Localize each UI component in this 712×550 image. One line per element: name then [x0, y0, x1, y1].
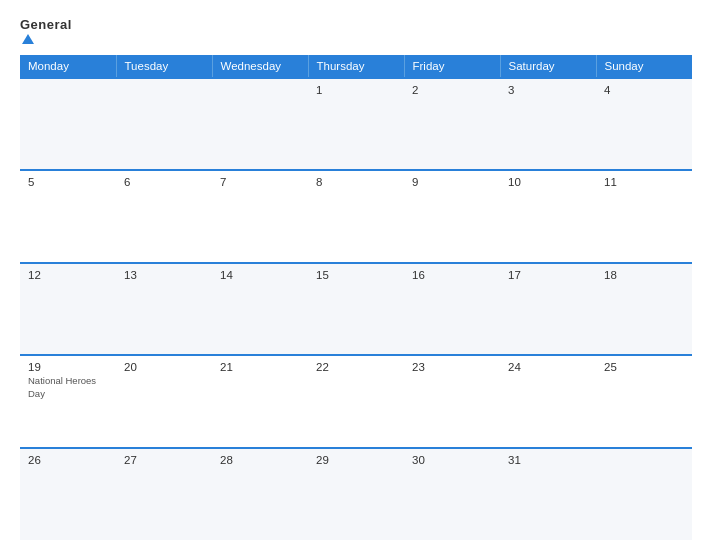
day-number: 20 [124, 361, 204, 373]
day-number: 24 [508, 361, 588, 373]
day-number: 5 [28, 176, 108, 188]
weekday-header-saturday: Saturday [500, 55, 596, 78]
calendar-cell: 14 [212, 263, 308, 355]
calendar-week-row: 567891011 [20, 170, 692, 262]
day-number: 1 [316, 84, 396, 96]
calendar-cell: 28 [212, 448, 308, 540]
calendar-cell: 21 [212, 355, 308, 447]
day-number: 23 [412, 361, 492, 373]
calendar-week-row: 12131415161718 [20, 263, 692, 355]
day-number: 8 [316, 176, 396, 188]
weekday-header-friday: Friday [404, 55, 500, 78]
calendar-cell [212, 78, 308, 170]
calendar-cell: 5 [20, 170, 116, 262]
day-number: 14 [220, 269, 300, 281]
calendar-cell: 17 [500, 263, 596, 355]
weekday-header-tuesday: Tuesday [116, 55, 212, 78]
calendar-cell: 1 [308, 78, 404, 170]
calendar-cell [596, 448, 692, 540]
logo-general-text: General [20, 18, 72, 31]
calendar-header: General [20, 18, 692, 47]
calendar-cell: 11 [596, 170, 692, 262]
calendar-cell: 8 [308, 170, 404, 262]
calendar-cell: 20 [116, 355, 212, 447]
day-number: 21 [220, 361, 300, 373]
day-number: 22 [316, 361, 396, 373]
calendar-cell: 26 [20, 448, 116, 540]
calendar-cell: 4 [596, 78, 692, 170]
calendar-cell [116, 78, 212, 170]
calendar-cell: 31 [500, 448, 596, 540]
day-number: 28 [220, 454, 300, 466]
day-number: 30 [412, 454, 492, 466]
day-number: 15 [316, 269, 396, 281]
logo: General [20, 18, 72, 47]
calendar-cell: 30 [404, 448, 500, 540]
calendar-cell: 3 [500, 78, 596, 170]
calendar-cell: 23 [404, 355, 500, 447]
calendar-header-row: MondayTuesdayWednesdayThursdayFridaySatu… [20, 55, 692, 78]
day-number: 13 [124, 269, 204, 281]
day-number: 26 [28, 454, 108, 466]
weekday-header-sunday: Sunday [596, 55, 692, 78]
calendar-cell: 29 [308, 448, 404, 540]
day-number: 18 [604, 269, 684, 281]
day-number: 7 [220, 176, 300, 188]
logo-triangle-icon [22, 34, 34, 44]
day-number: 19 [28, 361, 108, 373]
calendar-cell: 10 [500, 170, 596, 262]
weekday-header-monday: Monday [20, 55, 116, 78]
day-number: 3 [508, 84, 588, 96]
day-number: 12 [28, 269, 108, 281]
calendar-cell: 24 [500, 355, 596, 447]
calendar-cell: 16 [404, 263, 500, 355]
weekday-header-thursday: Thursday [308, 55, 404, 78]
day-number: 29 [316, 454, 396, 466]
calendar-cell: 13 [116, 263, 212, 355]
day-number: 10 [508, 176, 588, 188]
holiday-label: National Heroes Day [28, 375, 108, 400]
day-number: 27 [124, 454, 204, 466]
day-number: 9 [412, 176, 492, 188]
calendar-cell [20, 78, 116, 170]
day-number: 6 [124, 176, 204, 188]
calendar-cell: 2 [404, 78, 500, 170]
weekday-header-wednesday: Wednesday [212, 55, 308, 78]
day-number: 31 [508, 454, 588, 466]
calendar-cell: 12 [20, 263, 116, 355]
calendar-cell: 6 [116, 170, 212, 262]
calendar-cell: 19National Heroes Day [20, 355, 116, 447]
calendar-cell: 22 [308, 355, 404, 447]
calendar-cell: 25 [596, 355, 692, 447]
calendar-cell: 27 [116, 448, 212, 540]
calendar-table: MondayTuesdayWednesdayThursdayFridaySatu… [20, 55, 692, 540]
day-number: 11 [604, 176, 684, 188]
calendar-cell: 15 [308, 263, 404, 355]
day-number: 2 [412, 84, 492, 96]
calendar-week-row: 19National Heroes Day202122232425 [20, 355, 692, 447]
calendar-cell: 9 [404, 170, 500, 262]
logo-blue-row [20, 31, 72, 47]
calendar-cell: 7 [212, 170, 308, 262]
day-number: 16 [412, 269, 492, 281]
calendar-week-row: 1234 [20, 78, 692, 170]
calendar-body: 12345678910111213141516171819National He… [20, 78, 692, 540]
calendar-week-row: 262728293031 [20, 448, 692, 540]
calendar-cell: 18 [596, 263, 692, 355]
day-number: 25 [604, 361, 684, 373]
day-number: 17 [508, 269, 588, 281]
day-number: 4 [604, 84, 684, 96]
